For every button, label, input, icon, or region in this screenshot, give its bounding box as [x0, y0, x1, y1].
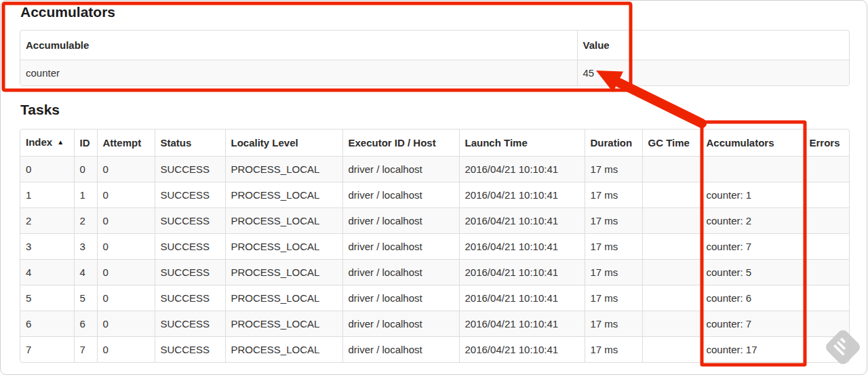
- cell-errors: [804, 311, 849, 337]
- cell-index: 7: [20, 337, 74, 363]
- cell-attempt: 0: [97, 234, 155, 260]
- cell-launch-time: 2016/04/21 10:10:41: [459, 208, 585, 234]
- cell-errors: [804, 157, 849, 182]
- cell-index: 5: [20, 285, 74, 311]
- cell-gc-time: [642, 311, 701, 337]
- table-row: 440SUCCESSPROCESS_LOCALdriver / localhos…: [20, 260, 849, 285]
- column-header-attempt[interactable]: Attempt: [97, 130, 155, 157]
- cell-gc-time: [642, 260, 701, 285]
- cell-locality-level: PROCESS_LOCAL: [225, 182, 342, 208]
- cell-errors: [804, 337, 849, 363]
- cell-locality-level: PROCESS_LOCAL: [225, 311, 342, 337]
- table-row: 770SUCCESSPROCESS_LOCALdriver / localhos…: [20, 337, 849, 363]
- cell-attempt: 0: [97, 311, 155, 337]
- cell-launch-time: 2016/04/21 10:10:41: [459, 285, 585, 311]
- cell-gc-time: [642, 337, 701, 363]
- cell-locality-level: PROCESS_LOCAL: [225, 260, 342, 285]
- cell-attempt: 0: [97, 260, 155, 285]
- table-row: 330SUCCESSPROCESS_LOCALdriver / localhos…: [20, 234, 849, 260]
- cell-launch-time: 2016/04/21 10:10:41: [459, 337, 585, 363]
- cell-index: 1: [20, 182, 74, 208]
- table-row: counter45: [20, 60, 849, 86]
- cell-launch-time: 2016/04/21 10:10:41: [459, 157, 585, 182]
- cell-status: SUCCESS: [155, 285, 225, 311]
- tasks-table: Index▲IDAttemptStatusLocality LevelExecu…: [20, 129, 850, 363]
- cell-attempt: 0: [97, 157, 155, 182]
- cell-launch-time: 2016/04/21 10:10:41: [459, 182, 585, 208]
- cell-accumulators: counter: 2: [701, 208, 804, 234]
- cell-locality-level: PROCESS_LOCAL: [225, 234, 342, 260]
- column-header-locality-level[interactable]: Locality Level: [225, 130, 342, 157]
- accumulators-section-title: Accumulators: [20, 3, 115, 21]
- cell-duration: 17 ms: [585, 208, 642, 234]
- cell-gc-time: [642, 157, 701, 182]
- column-header-status[interactable]: Status: [155, 130, 225, 157]
- column-header-launch-time[interactable]: Launch Time: [459, 130, 585, 157]
- cell-locality-level: PROCESS_LOCAL: [225, 337, 342, 363]
- cell-executor-id-host: driver / localhost: [342, 260, 459, 285]
- annotation-arrow-shaft: [619, 83, 702, 123]
- cell-accumulators: counter: 17: [701, 337, 804, 363]
- column-header-accumulators[interactable]: Accumulators: [701, 130, 804, 157]
- cell-duration: 17 ms: [585, 182, 642, 208]
- cell-attempt: 0: [97, 337, 155, 363]
- cell-index: 6: [20, 311, 74, 337]
- column-header-duration[interactable]: Duration: [585, 130, 642, 157]
- cell-index: 4: [20, 260, 74, 285]
- table-row: 660SUCCESSPROCESS_LOCALdriver / localhos…: [20, 311, 849, 337]
- column-header-accumulable: Accumulable: [20, 31, 577, 60]
- table-row: 220SUCCESSPROCESS_LOCALdriver / localhos…: [20, 208, 849, 234]
- cell-executor-id-host: driver / localhost: [342, 311, 459, 337]
- cell-status: SUCCESS: [155, 157, 225, 182]
- cell-gc-time: [642, 234, 701, 260]
- cell-value: 45: [577, 60, 849, 86]
- header-row: AccumulableValue: [20, 31, 849, 60]
- cell-status: SUCCESS: [155, 182, 225, 208]
- cell-attempt: 0: [97, 208, 155, 234]
- cell-locality-level: PROCESS_LOCAL: [225, 285, 342, 311]
- cell-errors: [804, 182, 849, 208]
- column-header-value: Value: [577, 31, 849, 60]
- cell-accumulators: counter: 6: [701, 285, 804, 311]
- table-row: 550SUCCESSPROCESS_LOCALdriver / localhos…: [20, 285, 849, 311]
- cell-accumulators: counter: 5: [701, 260, 804, 285]
- cell-executor-id-host: driver / localhost: [342, 157, 459, 182]
- column-header-errors[interactable]: Errors: [804, 130, 849, 157]
- cell-accumulators: counter: 1: [701, 182, 804, 208]
- sort-ascending-icon: ▲: [57, 138, 64, 146]
- cell-errors: [804, 260, 849, 285]
- cell-index: 3: [20, 234, 74, 260]
- cell-id: 4: [74, 260, 97, 285]
- column-header-id[interactable]: ID: [74, 130, 97, 157]
- cell-executor-id-host: driver / localhost: [342, 208, 459, 234]
- cell-id: 1: [74, 182, 97, 208]
- cell-accumulators: [701, 157, 804, 182]
- cell-duration: 17 ms: [585, 157, 642, 182]
- cell-id: 2: [74, 208, 97, 234]
- cell-id: 6: [74, 311, 97, 337]
- cell-status: SUCCESS: [155, 337, 225, 363]
- cell-index: 2: [20, 208, 74, 234]
- header-row: Index▲IDAttemptStatusLocality LevelExecu…: [20, 130, 849, 157]
- cell-launch-time: 2016/04/21 10:10:41: [459, 260, 585, 285]
- cell-id: 7: [74, 337, 97, 363]
- column-header-gc-time[interactable]: GC Time: [642, 130, 701, 157]
- cell-executor-id-host: driver / localhost: [342, 285, 459, 311]
- table-row: 000SUCCESSPROCESS_LOCALdriver / localhos…: [20, 157, 849, 182]
- cell-launch-time: 2016/04/21 10:10:41: [459, 311, 585, 337]
- cell-launch-time: 2016/04/21 10:10:41: [459, 234, 585, 260]
- cell-executor-id-host: driver / localhost: [342, 337, 459, 363]
- cell-accumulators: counter: 7: [701, 234, 804, 260]
- column-header-executor-id-host[interactable]: Executor ID / Host: [342, 130, 459, 157]
- column-header-index[interactable]: Index▲: [20, 130, 74, 157]
- cell-id: 3: [74, 234, 97, 260]
- cell-index: 0: [20, 157, 74, 182]
- cell-accumulators: counter: 7: [701, 311, 804, 337]
- cell-id: 0: [74, 157, 97, 182]
- cell-duration: 17 ms: [585, 234, 642, 260]
- cell-id: 5: [74, 285, 97, 311]
- cell-gc-time: [642, 208, 701, 234]
- cell-errors: [804, 208, 849, 234]
- cell-executor-id-host: driver / localhost: [342, 234, 459, 260]
- cell-attempt: 0: [97, 182, 155, 208]
